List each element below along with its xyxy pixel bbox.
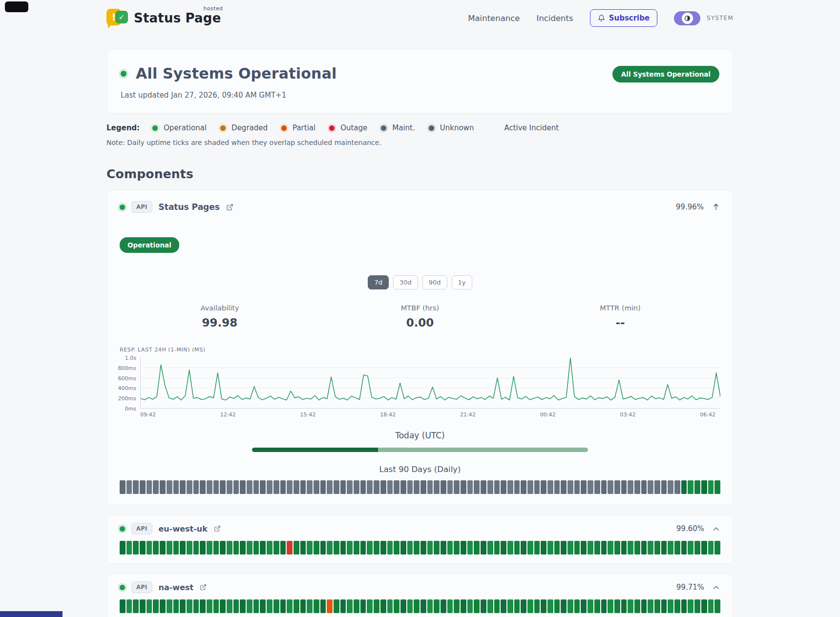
uptime-tick-operational[interactable] xyxy=(247,541,252,555)
uptime-tick-operational[interactable] xyxy=(347,599,353,613)
uptime-tick-unknown[interactable] xyxy=(267,480,273,494)
uptime-tick-operational[interactable] xyxy=(501,599,506,613)
uptime-tick-operational[interactable] xyxy=(654,541,660,555)
uptime-tick-operational[interactable] xyxy=(126,599,132,613)
uptime-tick-operational[interactable] xyxy=(340,541,346,555)
uptime-tick-unknown[interactable] xyxy=(400,480,406,494)
range-button-30d[interactable]: 30d xyxy=(393,275,418,289)
uptime-tick-operational[interactable] xyxy=(681,480,687,494)
uptime-tick-partial[interactable] xyxy=(327,599,333,613)
uptime-tick-unknown[interactable] xyxy=(347,480,353,494)
uptime-tick-unknown[interactable] xyxy=(507,480,513,494)
uptime-tick-unknown[interactable] xyxy=(233,480,239,494)
uptime-tick-operational[interactable] xyxy=(347,541,353,555)
uptime-tick-unknown[interactable] xyxy=(487,480,493,494)
uptime-tick-operational[interactable] xyxy=(153,541,159,555)
uptime-tick-operational[interactable] xyxy=(594,541,600,555)
uptime-tick-unknown[interactable] xyxy=(648,480,653,494)
uptime-tick-operational[interactable] xyxy=(367,541,373,555)
uptime-tick-operational[interactable] xyxy=(574,541,580,555)
uptime-tick-operational[interactable] xyxy=(300,599,306,613)
uptime-tick-operational[interactable] xyxy=(374,599,379,613)
uptime-tick-operational[interactable] xyxy=(420,599,426,613)
uptime-tick-operational[interactable] xyxy=(708,480,714,494)
uptime-tick-operational[interactable] xyxy=(674,599,680,613)
uptime-tick-unknown[interactable] xyxy=(294,480,299,494)
uptime-tick-operational[interactable] xyxy=(247,599,252,613)
uptime-tick-operational[interactable] xyxy=(267,541,273,555)
uptime-tick-unknown[interactable] xyxy=(260,480,266,494)
uptime-tick-operational[interactable] xyxy=(227,599,232,613)
uptime-tick-operational[interactable] xyxy=(213,541,219,555)
uptime-tick-unknown[interactable] xyxy=(514,480,520,494)
uptime-tick-operational[interactable] xyxy=(547,541,553,555)
uptime-tick-operational[interactable] xyxy=(207,541,212,555)
uptime-tick-operational[interactable] xyxy=(334,541,339,555)
uptime-tick-unknown[interactable] xyxy=(160,480,166,494)
uptime-tick-operational[interactable] xyxy=(614,599,620,613)
uptime-tick-operational[interactable] xyxy=(514,599,520,613)
uptime-tick-unknown[interactable] xyxy=(588,480,593,494)
uptime-tick-operational[interactable] xyxy=(120,599,126,613)
uptime-tick-operational[interactable] xyxy=(648,599,653,613)
uptime-tick-operational[interactable] xyxy=(581,599,587,613)
uptime-tick-unknown[interactable] xyxy=(126,480,132,494)
uptime-tick-operational[interactable] xyxy=(668,599,673,613)
uptime-tick-unknown[interactable] xyxy=(574,480,580,494)
uptime-tick-unknown[interactable] xyxy=(534,480,540,494)
uptime-tick-operational[interactable] xyxy=(714,541,720,555)
uptime-tick-operational[interactable] xyxy=(474,541,480,555)
uptime-tick-operational[interactable] xyxy=(454,599,460,613)
uptime-tick-operational[interactable] xyxy=(628,541,633,555)
uptime-tick-operational[interactable] xyxy=(374,541,379,555)
uptime-tick-unknown[interactable] xyxy=(187,480,192,494)
uptime-tick-operational[interactable] xyxy=(674,541,680,555)
uptime-tick-operational[interactable] xyxy=(273,599,279,613)
uptime-tick-unknown[interactable] xyxy=(634,480,640,494)
uptime-tick-operational[interactable] xyxy=(481,599,486,613)
uptime-tick-operational[interactable] xyxy=(427,599,433,613)
uptime-tick-operational[interactable] xyxy=(608,541,613,555)
uptime-tick-operational[interactable] xyxy=(287,599,293,613)
uptime-tick-operational[interactable] xyxy=(641,599,647,613)
uptime-tick-unknown[interactable] xyxy=(628,480,633,494)
uptime-tick-operational[interactable] xyxy=(708,599,714,613)
uptime-tick-operational[interactable] xyxy=(400,541,406,555)
uptime-tick-operational[interactable] xyxy=(420,541,426,555)
uptime-tick-operational[interactable] xyxy=(407,599,413,613)
uptime-tick-operational[interactable] xyxy=(521,541,526,555)
uptime-tick-operational[interactable] xyxy=(320,541,326,555)
uptime-tick-unknown[interactable] xyxy=(668,480,673,494)
uptime-tick-unknown[interactable] xyxy=(227,480,232,494)
uptime-tick-operational[interactable] xyxy=(648,541,653,555)
logo[interactable]: ! ✓ Status Page hosted xyxy=(106,8,221,28)
uptime-tick-operational[interactable] xyxy=(567,599,573,613)
uptime-tick-unknown[interactable] xyxy=(380,480,386,494)
uptime-tick-unknown[interactable] xyxy=(654,480,660,494)
uptime-tick-operational[interactable] xyxy=(521,599,526,613)
uptime-tick-unknown[interactable] xyxy=(608,480,613,494)
uptime-tick-operational[interactable] xyxy=(588,599,593,613)
range-button-90d[interactable]: 90d xyxy=(422,275,447,289)
uptime-tick-unknown[interactable] xyxy=(521,480,526,494)
uptime-tick-operational[interactable] xyxy=(240,599,246,613)
uptime-tick-operational[interactable] xyxy=(273,541,279,555)
uptime-tick-operational[interactable] xyxy=(561,599,567,613)
uptime-tick-operational[interactable] xyxy=(387,541,393,555)
uptime-tick-unknown[interactable] xyxy=(253,480,259,494)
uptime-tick-operational[interactable] xyxy=(354,599,359,613)
uptime-tick-operational[interactable] xyxy=(354,541,359,555)
uptime-tick-operational[interactable] xyxy=(294,541,299,555)
uptime-tick-operational[interactable] xyxy=(200,541,206,555)
uptime-tick-operational[interactable] xyxy=(414,541,420,555)
uptime-tick-operational[interactable] xyxy=(320,599,326,613)
uptime-tick-operational[interactable] xyxy=(701,599,707,613)
uptime-tick-unknown[interactable] xyxy=(427,480,433,494)
uptime-tick-operational[interactable] xyxy=(187,599,192,613)
uptime-tick-operational[interactable] xyxy=(193,599,199,613)
uptime-tick-operational[interactable] xyxy=(187,541,192,555)
uptime-tick-unknown[interactable] xyxy=(307,480,313,494)
uptime-tick-operational[interactable] xyxy=(561,541,567,555)
uptime-tick-unknown[interactable] xyxy=(340,480,346,494)
uptime-tick-operational[interactable] xyxy=(461,599,466,613)
